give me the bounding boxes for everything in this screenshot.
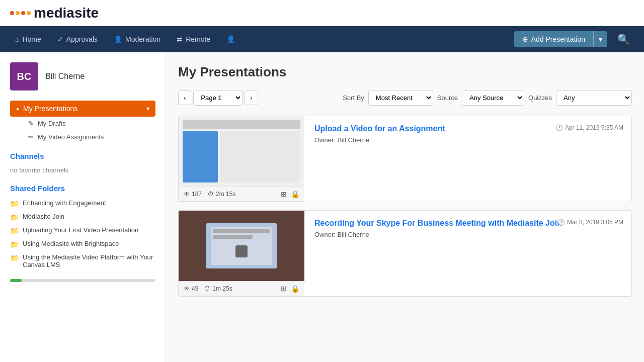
folder-item[interactable]: 📁 Using Mediasite with Brightspace	[10, 237, 155, 251]
nav-left: ⌂ Home ✓ Approvals 👤 Moderation ⇄ Remote…	[8, 30, 242, 48]
next-page-button[interactable]: ›	[245, 90, 258, 105]
assignments-icon: ✏	[28, 133, 34, 141]
logo-bar: mediasite	[0, 0, 644, 26]
card-date: 🕐 Apr 11, 2019 9:35 AM	[555, 124, 623, 131]
home-icon: ⌂	[15, 35, 19, 43]
duration: ⏱ 2m 15s	[208, 191, 235, 198]
thumb-screen	[206, 223, 277, 268]
moderation-icon: 👤	[114, 35, 122, 43]
meta-icons: ⊞ 🔒	[281, 285, 299, 293]
user-name: Bill Cherne	[45, 72, 85, 81]
filter-group: Sort By Most Recent Title Date Source An…	[343, 90, 632, 106]
channels-section-title: Channels	[10, 152, 155, 160]
folder-icon: 📁	[10, 213, 19, 221]
page-select[interactable]: Page 1	[193, 90, 243, 106]
folder-icon: 📁	[10, 200, 19, 208]
source-label: Source	[437, 94, 458, 102]
thumb-header	[183, 120, 300, 129]
user-card: BC Bill Cherne	[10, 62, 155, 90]
thumb-sidebar	[183, 131, 300, 183]
lock-icon: 🔒	[291, 285, 299, 293]
sidebar-item-my-presentations[interactable]: ● My Presentations ▾	[10, 101, 155, 117]
add-icon: ⊕	[522, 35, 528, 43]
eye-icon: 👁	[184, 191, 190, 198]
sidebar-item-video-assignments[interactable]: ✏ My Video Assignments	[10, 130, 155, 144]
card-meta-bar: 👁 49 ⏱ 1m 25s ⊞ 🔒	[179, 281, 304, 296]
avatar: BC	[10, 62, 38, 90]
drafts-icon: ✎	[28, 120, 34, 127]
thumbnail-screen	[179, 116, 304, 187]
sidebar-item-my-drafts[interactable]: ✎ My Drafts	[10, 117, 155, 130]
folder-item[interactable]: 📁 Using the Mediasite Video Platform wit…	[10, 251, 155, 271]
presentation-card: 👁 49 ⏱ 1m 25s ⊞ 🔒 🕐 Mar 8, 201	[178, 210, 632, 297]
folder-icon: 📁	[10, 254, 19, 262]
nav-home[interactable]: ⌂ Home	[8, 30, 48, 48]
progress-bar-container	[10, 279, 155, 282]
thumbnail-wood	[179, 211, 304, 281]
presentation-card: 👁 187 ⏱ 2m 15s ⊞ 🔒 🕐 Apr 11, 2	[178, 116, 632, 202]
controls-bar: ‹ Page 1 › Sort By Most Recent Title Dat…	[178, 90, 632, 106]
no-channels-text: no favorite channels	[10, 164, 155, 176]
nav-remote[interactable]: ⇄ Remote	[170, 30, 217, 48]
pagination: ‹ Page 1 ›	[178, 90, 258, 106]
card-meta-bar: 👁 187 ⏱ 2m 15s ⊞ 🔒	[179, 187, 304, 201]
clock-icon: ⏱	[204, 285, 210, 292]
duration: ⏱ 1m 25s	[204, 285, 232, 292]
card-info: 🕐 Apr 11, 2019 9:35 AM Upload a Video fo…	[304, 116, 631, 202]
thumb-content	[220, 131, 300, 183]
prev-page-button[interactable]: ‹	[178, 90, 191, 105]
logo-dot-4	[27, 11, 31, 15]
card-date: 🕐 Mar 8, 2019 3:05 PM	[557, 219, 623, 226]
add-presentation-dropdown[interactable]: ▾	[593, 31, 607, 47]
thumb-row	[213, 229, 270, 233]
view-count: 👁 49	[184, 285, 198, 292]
expand-icon: ▾	[146, 105, 149, 112]
card-info: 🕐 Mar 8, 2019 3:05 PM Recording Your Sky…	[304, 211, 631, 296]
thumb-icon	[235, 245, 248, 257]
folder-item[interactable]: 📁 Mediasite Join	[10, 210, 155, 224]
source-select[interactable]: Any Source Uploaded Recorded	[462, 90, 524, 106]
sort-by-label: Sort By	[343, 94, 364, 102]
presentations-icon: ●	[16, 106, 19, 112]
card-owner: Owner: Bill Cherne	[314, 136, 621, 144]
approvals-icon: ✓	[57, 35, 63, 43]
nav-profile[interactable]: 👤	[219, 30, 242, 48]
card-thumbnail: 👁 49 ⏱ 1m 25s ⊞ 🔒	[179, 211, 304, 296]
logo-dot-1	[10, 11, 14, 15]
content-area: My Presentations ‹ Page 1 › Sort By Most…	[166, 52, 644, 362]
view-count: 👁 187	[184, 191, 202, 198]
folder-icon: 📁	[10, 240, 19, 248]
search-button[interactable]: 🔍	[611, 29, 636, 49]
nav-moderation[interactable]: 👤 Moderation	[107, 30, 168, 48]
quizzes-select[interactable]: Any With Quizzes Without Quizzes	[556, 90, 632, 106]
sidebar-bottom	[10, 279, 155, 282]
progress-bar	[10, 279, 22, 282]
folder-item[interactable]: 📁 Uploading Your First Video Presentatio…	[10, 224, 155, 237]
screen-icon: ⊞	[281, 285, 287, 293]
date-icon: 🕐	[555, 124, 563, 131]
folder-icon: 📁	[10, 227, 19, 235]
add-presentation-group: ⊕ Add Presentation ▾	[514, 31, 607, 47]
screen-icon: ⊞	[281, 190, 287, 198]
thumb-nav	[183, 131, 218, 183]
shared-folders-title: Shared Folders	[10, 184, 155, 193]
lock-icon: 🔒	[291, 190, 299, 198]
logo-dot-2	[16, 11, 20, 15]
logo-dot-3	[21, 11, 25, 15]
logo-text: mediasite	[34, 5, 99, 21]
sort-by-select[interactable]: Most Recent Title Date	[368, 90, 433, 106]
folder-item[interactable]: 📁 Enhancing with Engagement	[10, 197, 155, 210]
eye-icon: 👁	[184, 285, 190, 292]
remote-icon: ⇄	[177, 35, 183, 43]
card-thumbnail: 👁 187 ⏱ 2m 15s ⊞ 🔒	[179, 116, 304, 202]
profile-icon: 👤	[226, 35, 235, 43]
clock-icon: ⏱	[208, 191, 214, 198]
logo: mediasite	[10, 5, 99, 21]
thumb-inner	[211, 227, 272, 265]
add-presentation-button[interactable]: ⊕ Add Presentation	[514, 31, 593, 47]
nav-right: ⊕ Add Presentation ▾ 🔍	[514, 29, 636, 49]
card-owner: Owner: Bill Cherne	[314, 231, 621, 238]
quizzes-label: Quizzes	[528, 94, 552, 102]
nav-approvals[interactable]: ✓ Approvals	[50, 30, 105, 48]
nav-bar: ⌂ Home ✓ Approvals 👤 Moderation ⇄ Remote…	[0, 26, 644, 52]
